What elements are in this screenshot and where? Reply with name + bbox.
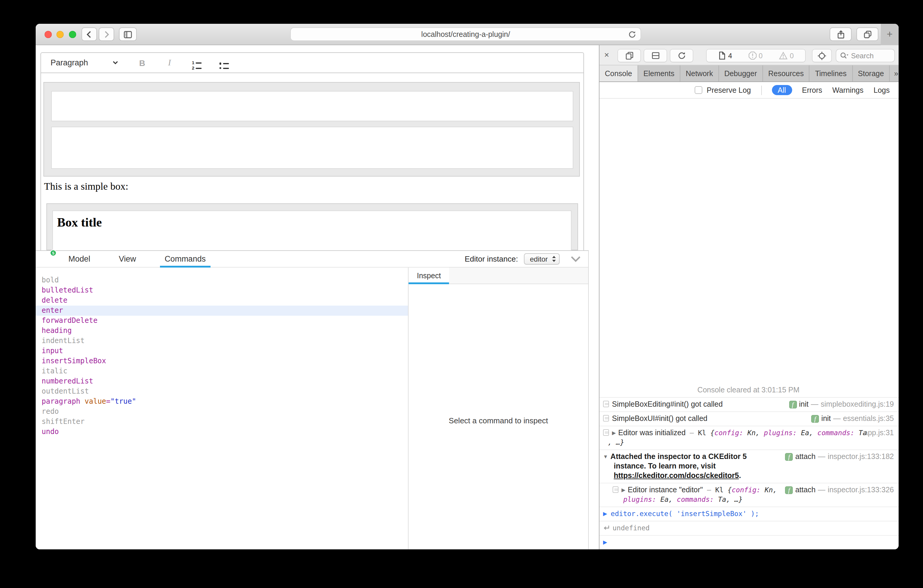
bold-button[interactable]: B xyxy=(135,58,149,67)
back-button[interactable] xyxy=(82,27,97,41)
tab-view[interactable]: View xyxy=(119,251,136,267)
error-count-indicator[interactable]: 0 xyxy=(748,51,762,60)
tabs-overflow-button[interactable]: » xyxy=(890,66,898,81)
filter-errors-button[interactable]: Errors xyxy=(802,86,822,94)
console-result-row: undefined xyxy=(599,521,898,535)
command-item[interactable]: bulletedList xyxy=(36,286,408,296)
filter-logs-button[interactable]: Logs xyxy=(874,86,890,94)
disclosure-triangle-icon[interactable]: ▶ xyxy=(621,487,625,493)
command-item[interactable]: heading xyxy=(36,326,408,336)
plus-icon: + xyxy=(887,28,893,40)
share-button[interactable] xyxy=(829,27,852,41)
editor-instance-select[interactable]: editor xyxy=(524,253,560,264)
tab-inspect[interactable]: Inspect xyxy=(409,268,449,284)
function-name[interactable]: attach xyxy=(795,452,815,462)
ckeditor-docs-link[interactable]: https://ckeditor.com/docs/ckeditor5 xyxy=(614,471,739,480)
log-icon xyxy=(603,401,609,407)
tab-overview-button[interactable] xyxy=(856,27,879,41)
log-icon xyxy=(603,415,609,422)
command-item[interactable]: undo xyxy=(36,427,408,437)
console-cleared-message: Console cleared at 3:01:15 PM xyxy=(599,383,898,397)
log-icon xyxy=(603,429,609,436)
disclosure-triangle-icon[interactable]: ▼ xyxy=(603,453,608,460)
close-devtools-button[interactable]: × xyxy=(604,50,609,60)
source-location-link[interactable]: essentials.js:35 xyxy=(843,414,894,423)
command-item-selected[interactable]: enter xyxy=(36,305,408,316)
command-item[interactable]: redo xyxy=(36,407,408,417)
minimize-window-button[interactable] xyxy=(56,31,64,38)
inspect-pane: Inspect Select a command to inspect xyxy=(408,268,588,549)
new-tab-button[interactable]: + xyxy=(881,24,898,45)
warning-count-indicator[interactable]: 0 xyxy=(778,51,794,60)
zoom-window-button[interactable] xyxy=(69,31,76,38)
checkbox-icon xyxy=(695,86,703,94)
tab-model[interactable]: Model xyxy=(68,251,90,267)
web-inspector: × xyxy=(599,45,898,549)
reload-page-button[interactable] xyxy=(670,49,693,62)
tab-resources[interactable]: Resources xyxy=(763,66,810,81)
function-badge-icon: f xyxy=(789,401,797,408)
command-item[interactable]: bold xyxy=(36,275,408,286)
tab-timelines[interactable]: Timelines xyxy=(810,66,852,81)
sidebar-toggle-button[interactable] xyxy=(119,27,137,41)
simple-box-title-field[interactable] xyxy=(51,91,573,121)
element-picker-button[interactable] xyxy=(812,49,831,62)
simple-box-title-field[interactable] xyxy=(53,210,572,251)
tab-commands[interactable]: Commands xyxy=(165,251,206,267)
devtools-toolbar: × xyxy=(599,45,898,66)
address-bar[interactable]: localhost/creating-a-plugin/ xyxy=(290,27,641,41)
page-resources-indicator[interactable]: 4 xyxy=(718,51,732,60)
disclosure-triangle-icon[interactable]: ▶ xyxy=(612,430,616,436)
preserve-log-toggle[interactable]: Preserve Log xyxy=(695,86,751,94)
filter-all-button[interactable]: All xyxy=(772,85,792,95)
tab-console[interactable]: Console xyxy=(599,66,638,81)
dock-side-button[interactable] xyxy=(618,49,641,62)
function-name[interactable]: init xyxy=(821,414,831,423)
close-window-button[interactable] xyxy=(44,31,52,38)
function-badge-icon: f xyxy=(811,415,819,422)
command-item[interactable]: delete xyxy=(36,296,408,305)
function-name[interactable]: attach xyxy=(795,485,815,494)
forward-button[interactable] xyxy=(99,27,114,41)
reload-button[interactable] xyxy=(628,30,636,39)
dock-bottom-button[interactable] xyxy=(644,49,667,62)
function-name[interactable]: init xyxy=(799,399,808,409)
source-location-link[interactable]: app.js:31 xyxy=(864,428,894,438)
command-item[interactable]: numberedList xyxy=(36,376,408,386)
tab-elements[interactable]: Elements xyxy=(638,66,680,81)
command-item[interactable]: paragraph value="true" xyxy=(36,397,408,407)
screenshot-root: localhost/creating-a-plugin/ xyxy=(0,0,923,588)
collapse-panel-chevron-icon[interactable] xyxy=(570,256,581,262)
command-item[interactable]: outdentList xyxy=(36,386,408,397)
console-log-area: Console cleared at 3:01:15 PM SimpleBoxE… xyxy=(599,383,898,549)
filter-warnings-button[interactable]: Warnings xyxy=(832,86,864,94)
paragraph-dropdown[interactable]: Paragraph xyxy=(47,55,122,71)
inspect-empty-state: Select a command to inspect xyxy=(409,416,588,425)
share-icon xyxy=(836,30,846,39)
sidebar-icon xyxy=(123,30,133,39)
tab-debugger[interactable]: Debugger xyxy=(719,66,763,81)
box-title-text[interactable]: Box title xyxy=(57,215,102,230)
source-location-link[interactable]: simpleboxediting.js:19 xyxy=(821,399,894,409)
command-item[interactable]: shiftEnter xyxy=(36,417,408,427)
simple-box-description-field[interactable] xyxy=(51,126,573,169)
command-item[interactable]: input xyxy=(36,346,408,356)
command-item[interactable]: forwardDelete xyxy=(36,316,408,326)
devtools-tabbar: Console Elements Network Debugger Resour… xyxy=(599,66,898,82)
divider xyxy=(761,85,762,95)
tab-storage[interactable]: Storage xyxy=(852,66,890,81)
source-location-link[interactable]: inspector.js:133:326 xyxy=(828,485,894,494)
numbered-list-button[interactable]: 1 2 xyxy=(190,56,204,70)
command-item[interactable]: indentList xyxy=(36,336,408,346)
tab-network[interactable]: Network xyxy=(680,66,719,81)
devtools-search-field[interactable]: Search xyxy=(836,49,895,62)
command-item[interactable]: italic xyxy=(36,366,408,376)
command-item[interactable]: insertSimpleBox xyxy=(36,356,408,366)
intro-paragraph[interactable]: This is a simple box: xyxy=(44,181,128,193)
chevron-right-icon xyxy=(102,30,111,38)
ckeditor-logo-badge: 5 xyxy=(50,250,56,256)
italic-button[interactable]: I xyxy=(163,57,177,68)
console-prompt-row[interactable]: ▶ xyxy=(599,535,898,549)
bulleted-list-button[interactable] xyxy=(217,56,232,69)
source-location-link[interactable]: inspector.js:133:182 xyxy=(828,452,894,462)
